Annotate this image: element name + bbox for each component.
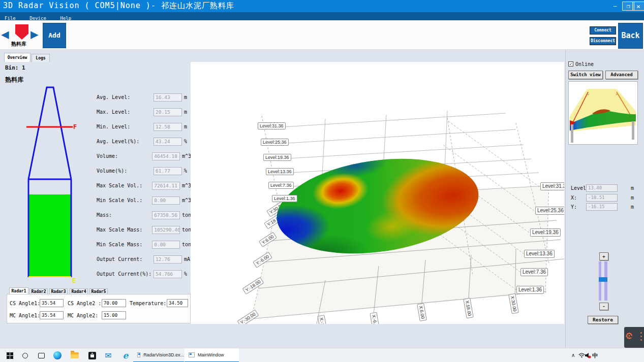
online-checkbox-label: Online [575, 61, 594, 67]
field-value[interactable]: 54.766 [154, 270, 182, 278]
silo-cone-outline [28, 87, 71, 179]
field-value[interactable]: 16.43 [154, 93, 182, 102]
field-row: Output Current:12.76mA [97, 252, 191, 267]
field-label: Min Scale Vol.: [97, 198, 152, 203]
taskbar-window-radarvision[interactable]: RadarVision3D.ex... [133, 348, 184, 362]
minimize-button[interactable]: — [609, 2, 621, 11]
level-label-left: Level:13.36 [266, 168, 294, 175]
field-value[interactable]: 43.24 [154, 138, 182, 146]
right-panel: ✓ Online Switch view Advanced [565, 50, 644, 348]
back-button[interactable]: Back [618, 23, 643, 49]
file-explorer-button[interactable] [68, 348, 81, 362]
field-row: Output Current(%):54.766% [97, 267, 191, 281]
app-window-icon [189, 352, 195, 357]
task-view-icon [38, 353, 45, 358]
tray-chevron-icon[interactable]: ∧ [571, 352, 575, 358]
field-value[interactable]: 105290.46 [152, 226, 180, 234]
field-value[interactable]: 20.15 [154, 108, 182, 116]
field-unit: m^3 [182, 153, 191, 159]
task-view-button[interactable] [35, 348, 48, 362]
cs-angle2-label: CS Angle2 : [68, 301, 101, 306]
field-unit: ton [182, 227, 191, 233]
level-label-left: Level:7.36 [268, 182, 294, 189]
prev-bin-arrow-icon[interactable]: ◀ [1, 27, 9, 41]
field-value[interactable]: 0.00 [152, 241, 180, 249]
cs-angle1-value[interactable]: 35.54 [40, 299, 64, 307]
floating-recorder-widget[interactable]: ⚙ ▶ [624, 327, 644, 348]
taskbar-window-mainwindow[interactable]: MainWindow [185, 348, 239, 362]
ie-icon: e [123, 350, 129, 360]
tab-radar1[interactable]: Radar1 [9, 287, 28, 294]
app-window: 3D Radar Vision ( COM5|None )- 祁连山水泥厂熟料库… [0, 0, 644, 362]
mc-angle1-value[interactable]: 35.54 [40, 311, 64, 319]
tab-logs[interactable]: Logs [32, 54, 50, 62]
windows-logo-icon [7, 352, 13, 359]
field-value[interactable]: 61.77 [154, 167, 182, 175]
edge-button[interactable] [51, 348, 64, 362]
online-checkbox[interactable]: ✓ [568, 61, 573, 67]
store-button[interactable] [85, 348, 99, 362]
zoom-slider-track[interactable] [599, 261, 607, 301]
radar-panel: Radar1 Radar2 Radar3 Radar4 Radar5 CS An… [7, 287, 191, 324]
tab-overview[interactable]: Overview [4, 53, 30, 62]
cursor-y-value[interactable]: -16.15 [586, 203, 618, 211]
field-label: Min. Level: [97, 124, 154, 129]
temperature-value[interactable]: 34.50 [167, 299, 188, 307]
field-label: Mass: [97, 212, 152, 218]
switch-view-button[interactable]: Switch view [568, 71, 603, 79]
field-unit: m [184, 109, 187, 115]
level-label-left: Level:1.36 [272, 195, 297, 202]
cs-angle2-value[interactable]: 70.00 [102, 299, 126, 307]
advanced-button[interactable]: Advanced [605, 71, 638, 79]
menu-bar: File Device Help [0, 12, 644, 20]
field-value[interactable]: 12.58 [154, 123, 182, 131]
search-button[interactable] [18, 348, 32, 362]
field-unit: mA [184, 256, 190, 262]
cursor-x-value[interactable]: -18.51 [586, 194, 618, 202]
bin-pin-icon[interactable] [15, 24, 28, 40]
edge-browser-icon [53, 351, 62, 359]
field-value[interactable]: 67358.56 [152, 211, 180, 219]
add-button[interactable]: Add [43, 23, 66, 48]
volume-muted-icon[interactable] [585, 352, 591, 358]
ime-indicator[interactable]: 中 [592, 352, 598, 359]
temperature-label: Temperature: [130, 301, 166, 306]
cursor-x-label: X: [571, 195, 577, 201]
widget-dot [640, 332, 642, 334]
mc-angle1-label: MC Angle1: [10, 313, 40, 318]
disconnect-button[interactable]: Disconnect [590, 37, 616, 45]
field-value[interactable]: 0.00 [152, 196, 180, 205]
field-label: Volume: [97, 153, 152, 159]
field-row: Min Scale Vol.:0.00m^3 [97, 193, 191, 208]
field-unit: % [184, 271, 187, 277]
zoom-out-button[interactable]: - [599, 303, 608, 310]
cursor-level-value[interactable]: 13.40 [586, 184, 618, 192]
field-value[interactable]: 72614.11 [152, 182, 180, 190]
start-button[interactable] [3, 348, 16, 362]
restore-button-view[interactable]: Restore [588, 316, 618, 324]
field-value[interactable]: 12.76 [154, 255, 182, 264]
mc-angle2-value[interactable]: 15.00 [102, 311, 126, 319]
connect-button[interactable]: Connect [590, 26, 616, 35]
zoom-slider-handle[interactable] [599, 277, 607, 282]
close-button[interactable]: × [632, 2, 644, 11]
zoom-in-button[interactable]: + [599, 252, 608, 260]
widget-dot [640, 336, 642, 337]
taskbar: ✉ e RadarVision3D.ex... MainWindow ∧ 中 1… [0, 348, 644, 362]
next-bin-arrow-icon[interactable]: ▶ [30, 27, 39, 41]
field-value[interactable]: 46454.18 [152, 152, 180, 160]
field-label: Max Scale Vol.: [97, 183, 152, 188]
ie-button[interactable]: e [119, 348, 132, 362]
field-unit: ton [182, 242, 191, 247]
silo-full-marker: F [73, 123, 77, 130]
section-preview[interactable]: × × [568, 81, 638, 145]
field-row: Min Scale Mass:0.00ton [97, 237, 191, 252]
mail-button[interactable]: ✉ [102, 348, 115, 362]
surface-3d-view[interactable]: Y:30.00 Y:18.00 Level:31.36 Level:25.36 … [191, 62, 564, 324]
store-icon [88, 352, 96, 359]
search-icon [22, 353, 28, 358]
window-title: 3D Radar Vision ( COM5|None )- 祁连山水泥厂熟料库 [3, 1, 234, 11]
widget-dot [640, 339, 642, 341]
field-row: Volume(%):61.77% [97, 163, 191, 178]
silo-diagram [0, 81, 97, 284]
